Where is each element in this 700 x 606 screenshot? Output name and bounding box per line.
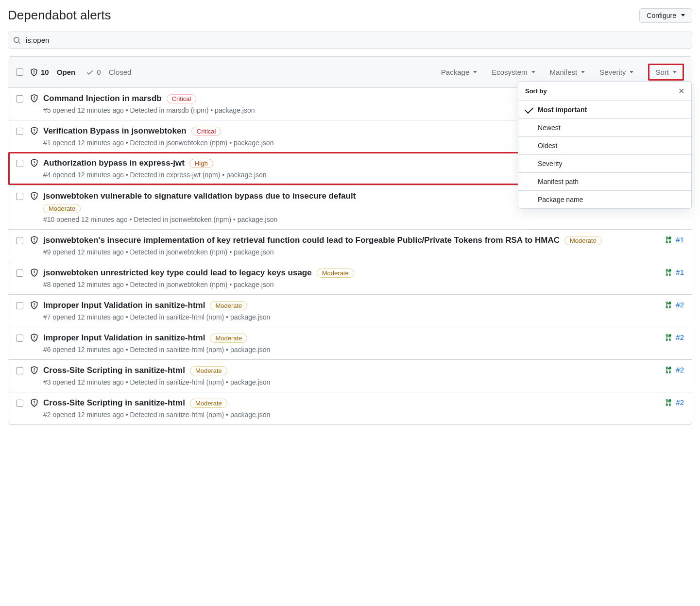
search-icon [13, 36, 21, 44]
alert-title[interactable]: Improper Input Validation in sanitize-ht… [43, 333, 205, 343]
alert-checkbox[interactable] [16, 95, 23, 102]
shield-alert-icon [30, 236, 38, 244]
alert-meta: #6 opened 12 minutes ago • Detected in s… [43, 346, 659, 354]
shield-alert-icon [30, 127, 38, 135]
alert-title[interactable]: Command Injection in marsdb [43, 94, 162, 103]
alert-checkbox[interactable] [16, 367, 23, 374]
pull-request-icon [665, 269, 673, 276]
sort-option-2[interactable]: Oldest [518, 136, 691, 154]
alert-title[interactable]: jsonwebtoken's insecure implementation o… [43, 236, 560, 245]
alert-checkbox[interactable] [16, 302, 23, 309]
alert-row: Improper Input Validation in sanitize-ht… [8, 327, 692, 359]
pull-request-link[interactable]: #2 [665, 366, 684, 374]
search-input[interactable] [25, 35, 687, 45]
alert-checkbox[interactable] [16, 160, 23, 167]
pull-request-link[interactable]: #1 [665, 236, 684, 244]
pull-request-icon [665, 399, 673, 406]
alert-meta: #7 opened 12 minutes ago • Detected in s… [43, 313, 659, 321]
alert-checkbox[interactable] [16, 128, 23, 135]
severity-badge: Moderate [210, 301, 247, 310]
pull-request-icon [665, 366, 673, 374]
severity-badge: Moderate [190, 366, 227, 375]
alert-row: jsonwebtoken unrestricted key type could… [8, 262, 692, 294]
severity-badge: High [189, 159, 213, 168]
filter-ecosystem[interactable]: Ecosystem [492, 68, 535, 76]
sort-dropdown-heading: Sort by ✕ [518, 82, 691, 101]
alert-row: jsonwebtoken's insecure implementation o… [8, 229, 692, 262]
alert-title[interactable]: Authorization bypass in express-jwt [43, 158, 185, 168]
pull-request-link[interactable]: #2 [665, 301, 684, 309]
filter-package[interactable]: Package [441, 68, 477, 76]
page-title-bar: Dependabot alerts Configure [8, 8, 692, 23]
shield-alert-icon [30, 399, 38, 407]
alert-title[interactable]: Verification Bypass in jsonwebtoken [43, 126, 187, 136]
sort-option-5[interactable]: Package name [518, 190, 691, 208]
shield-alert-icon [30, 192, 38, 200]
filter-menu-bar: Package Ecosystem Manifest Severity Sort [441, 64, 684, 81]
alert-checkbox[interactable] [16, 269, 23, 277]
severity-badge: Moderate [43, 204, 81, 213]
close-icon[interactable]: ✕ [678, 86, 684, 96]
alert-title[interactable]: Cross-Site Scripting in sanitize-html [43, 398, 185, 408]
search-bar[interactable] [8, 32, 692, 49]
alert-row: Improper Input Validation in sanitize-ht… [8, 294, 692, 327]
shield-alert-icon [30, 366, 38, 374]
severity-badge: Moderate [564, 236, 602, 245]
alert-checkbox[interactable] [16, 193, 23, 200]
filter-manifest[interactable]: Manifest [550, 68, 585, 76]
tab-open[interactable]: 10 Open [30, 68, 75, 76]
pull-request-link[interactable]: #2 [665, 398, 684, 406]
alert-meta: #3 opened 12 minutes ago • Detected in s… [43, 378, 659, 386]
sort-option-0[interactable]: Most important [518, 101, 691, 118]
alert-meta: #8 opened 12 minutes ago • Detected in j… [43, 281, 659, 288]
alert-checkbox[interactable] [16, 400, 23, 407]
pull-request-icon [665, 334, 673, 341]
sort-dropdown: Sort by ✕ Most importantNewestOldestSeve… [518, 81, 692, 209]
alert-checkbox[interactable] [16, 237, 23, 244]
alert-meta: #2 opened 12 minutes ago • Detected in s… [43, 411, 659, 419]
alert-meta: #9 opened 12 minutes ago • Detected in j… [43, 248, 659, 256]
sort-option-4[interactable]: Manifest path [518, 172, 691, 190]
configure-button[interactable]: Configure [639, 8, 692, 23]
severity-badge: Critical [167, 94, 197, 103]
severity-badge: Moderate [190, 399, 227, 408]
severity-badge: Moderate [210, 334, 247, 343]
severity-badge: Critical [191, 127, 222, 136]
shield-alert-icon [30, 334, 38, 342]
sort-option-1[interactable]: Newest [518, 118, 691, 136]
pull-request-icon [665, 236, 673, 244]
configure-button-label: Configure [647, 12, 676, 19]
filter-sort[interactable]: Sort [648, 64, 684, 81]
page-title: Dependabot alerts [8, 8, 111, 23]
filter-severity[interactable]: Severity [599, 68, 633, 76]
alert-title[interactable]: Cross-Site Scripting in sanitize-html [43, 366, 185, 375]
pull-request-link[interactable]: #1 [665, 268, 684, 276]
pull-request-link[interactable]: #2 [665, 333, 684, 341]
check-icon [86, 68, 94, 76]
alert-meta: #10 opened 12 minutes ago • Detected in … [43, 216, 684, 223]
shield-icon [30, 68, 38, 76]
shield-alert-icon [30, 269, 38, 277]
alert-title[interactable]: jsonwebtoken vulnerable to signature val… [43, 191, 356, 201]
alert-row: Cross-Site Scripting in sanitize-htmlMod… [8, 359, 692, 392]
alert-title[interactable]: jsonwebtoken unrestricted key type could… [43, 268, 312, 278]
alerts-panel: 10 Open 0 Closed Package Ecosystem Manif… [8, 56, 692, 425]
shield-alert-icon [30, 159, 38, 167]
alert-checkbox[interactable] [16, 335, 23, 342]
pull-request-icon [665, 301, 673, 309]
status-tabs: 10 Open 0 Closed [30, 68, 131, 76]
alert-row: Cross-Site Scripting in sanitize-htmlMod… [8, 392, 692, 424]
sort-option-3[interactable]: Severity [518, 154, 691, 172]
severity-badge: Moderate [317, 269, 354, 278]
select-all-checkbox[interactable] [16, 68, 23, 76]
alert-title[interactable]: Improper Input Validation in sanitize-ht… [43, 301, 205, 310]
shield-alert-icon [30, 94, 38, 102]
tab-closed[interactable]: 0 Closed [86, 68, 131, 76]
shield-alert-icon [30, 301, 38, 309]
